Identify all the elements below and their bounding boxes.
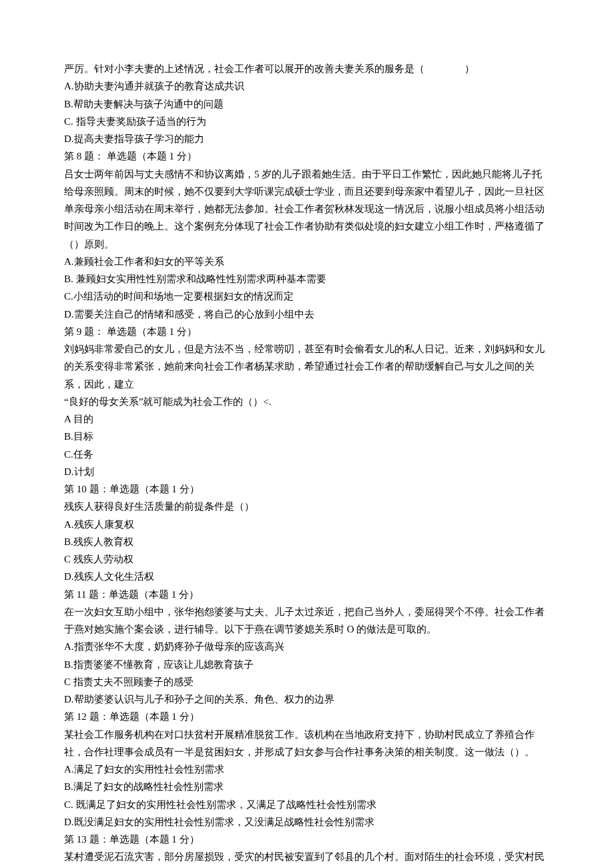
document-content: 严厉。针对小李夫妻的上述情况，社会工作者可以展开的改善夫妻关系的服务是（） A.…: [64, 60, 550, 868]
q10-option-a: A.残疾人康复权: [64, 516, 550, 533]
q10-option-c: C 残疾人劳动权: [64, 550, 550, 568]
q7-context-end: ）: [465, 63, 475, 74]
q11-text: 在一次妇女互助小组中，张华抱怨婆婆与丈夫、儿子太过亲近，把自己当外人，委屈得哭个…: [64, 603, 550, 638]
q10-header: 第 10 题：单选题（本题 1 分）: [64, 480, 550, 498]
q7-option-c: C. 指导夫妻奖励孩子适当的行为: [64, 113, 550, 130]
q7-option-a: A.协助夫妻沟通并就孩子的教育达成共识: [64, 77, 550, 95]
q9-option-b: B.目标: [64, 428, 550, 445]
q11-option-a: A.指责张华不大度，奶奶疼孙子做母亲的应该高兴: [64, 638, 550, 655]
q8-option-a: A.兼顾社会工作者和妇女的平等关系: [64, 253, 550, 270]
q11-option-b: B.指责婆婆不懂教育，应该让儿媳教育孩子: [64, 656, 550, 673]
q9-header: 第 9 题： 单选题（本题 1 分）: [64, 323, 550, 340]
q9-option-d: D.计划: [64, 463, 550, 480]
q13-text: 某村遭受泥石流灾害，部分房屋损毁，受灾的村民被安置到了邻县的几个村。面对陌生的社…: [64, 848, 550, 868]
q13-header: 第 13 题：单选题（本题 1 分）: [64, 831, 550, 848]
q7-context-text: 严厉。针对小李夫妻的上述情况，社会工作者可以展开的改善夫妻关系的服务是（: [64, 63, 424, 74]
q12-header: 第 12 题：单选题（本题 1 分）: [64, 708, 550, 725]
q10-option-b: B.残疾人教育权: [64, 533, 550, 550]
q10-option-d: D.残疾人文化生活权: [64, 568, 550, 585]
q12-option-b: B.满足了妇女的战略性社会性别需求: [64, 778, 550, 795]
q9-option-a: A 目的: [64, 410, 550, 428]
q7-option-d: D.提高夫妻指导孩子学习的能力: [64, 130, 550, 147]
q8-header: 第 8 题： 单选题（本题 1 分）: [64, 147, 550, 165]
q12-option-c: C. 既满足了妇女的实用性社会性别需求，又满足了战略性社会性别需求: [64, 796, 550, 813]
q11-header: 第 11 题：单选题（本题 1 分）: [64, 586, 550, 603]
q12-option-a: A.满足了妇女的实用性社会性别需求: [64, 761, 550, 778]
q10-text: 残疾人获得良好生活质量的前提条件是（）: [64, 498, 550, 515]
q11-option-c: C 指责丈夫不照顾妻子的感受: [64, 673, 550, 691]
q9-text1: 刘妈妈非常爱自己的女儿，但是方法不当，经常唠叨，甚至有时会偷看女儿的私人日记。近…: [64, 340, 550, 393]
q8-option-c: C.小组活动的时间和场地一定要根据妇女的情况而定: [64, 288, 550, 305]
q11-option-d: D.帮助婆婆认识与儿子和孙子之间的关系、角色、权力的边界: [64, 691, 550, 708]
q8-option-b: B. 兼顾妇女实用性性别需求和战略性性别需求两种基本需要: [64, 270, 550, 288]
q7-option-b: B.帮助夫妻解决与孩子沟通中的问题: [64, 95, 550, 113]
q9-text2: “良好的母女关系”就可能成为社会工作的（）<.: [64, 393, 550, 410]
q9-option-c: C.任务: [64, 446, 550, 463]
q8-text: 吕女士两年前因与丈夫感情不和协议离婚，5 岁的儿子跟着她生活。由于平日工作繁忙，…: [64, 165, 550, 253]
q12-text: 某社会工作服务机构在对口扶贫村开展精准脱贫工作。该机构在当地政府支持下，协助村民…: [64, 726, 550, 761]
q8-option-d: D.需要关注自己的情绪和感受，将自己的心放到小组中去: [64, 306, 550, 323]
q7-context: 严厉。针对小李夫妻的上述情况，社会工作者可以展开的改善夫妻关系的服务是（）: [64, 60, 550, 77]
q12-option-d: D.既没满足妇女的实用性社会性别需求，又没满足战略性社会性别需求: [64, 813, 550, 831]
